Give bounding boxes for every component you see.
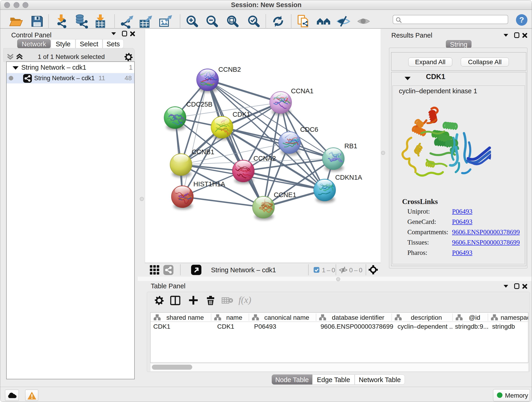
svg-text:RB1: RB1 (344, 142, 357, 150)
svg-text:CCNA1: CCNA1 (291, 87, 313, 95)
svg-text:CDK1: CDK1 (233, 111, 250, 118)
svg-text:CDKN1A: CDKN1A (335, 174, 362, 181)
svg-text:?: ? (519, 15, 524, 24)
svg-text:CCNE1: CCNE1 (274, 191, 296, 198)
svg-text:HIST1H1A: HIST1H1A (193, 180, 225, 188)
svg-text:CCNB1: CCNB1 (192, 148, 214, 156)
svg-text:CCNA2: CCNA2 (253, 155, 276, 162)
svg-text:CDC25B: CDC25B (186, 101, 212, 108)
svg-text:CDC6: CDC6 (300, 126, 318, 133)
svg-text:CCNB2: CCNB2 (218, 66, 241, 73)
